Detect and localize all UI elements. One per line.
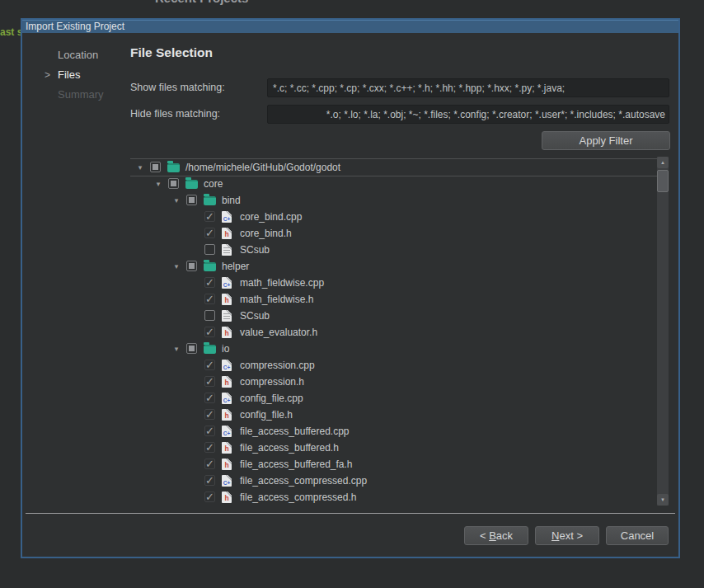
hide-files-input[interactable]: *.o; *.lo; *.la; *.obj; *~; *.files; *.c… xyxy=(267,105,669,124)
tree-row[interactable]: ✓C+compression.cpp xyxy=(130,357,657,374)
folder-icon xyxy=(185,180,198,189)
unchecked-checkbox[interactable] xyxy=(204,310,215,321)
checked-checkbox[interactable]: ✓ xyxy=(204,409,215,420)
tree-row[interactable]: ▾bind xyxy=(130,192,657,209)
tree-row[interactable]: ▾core xyxy=(130,176,657,192)
h-glyph: h xyxy=(222,494,232,502)
show-files-input[interactable]: *.c; *.cc; *.cpp; *.cp; *.cxx; *.c++; *.… xyxy=(267,78,669,97)
tree-item-label: file_access_buffered_fa.h xyxy=(240,456,353,473)
cpp-file-icon: C+ xyxy=(222,475,232,487)
scrollbar-up-icon[interactable]: ▲ xyxy=(657,157,669,168)
checked-checkbox[interactable]: ✓ xyxy=(204,475,215,486)
wizard-step-list: Location>FilesSummary xyxy=(43,45,134,105)
tree-row[interactable]: ✓hfile_access_buffered_fa.h xyxy=(130,456,657,473)
doc-file-icon xyxy=(222,310,232,322)
file-tree[interactable]: ▾/home/michele/GitHub/Godot/godot▾core▾b… xyxy=(130,157,657,507)
tree-item-label: helper xyxy=(222,258,249,275)
tree-row[interactable]: SCsub xyxy=(130,242,657,258)
h-file-icon: h xyxy=(222,442,232,454)
checked-checkbox[interactable]: ✓ xyxy=(204,327,215,337)
sidebar-item-summary[interactable]: Summary xyxy=(43,85,134,105)
cpp-glyph: C+ xyxy=(222,430,232,436)
tree-row[interactable]: ✓C+file_access_compressed.cpp xyxy=(130,473,657,489)
tree-row[interactable]: ▾/home/michele/GitHub/Godot/godot xyxy=(130,159,657,176)
tree-item-label: file_access_compressed.cpp xyxy=(240,473,367,489)
tree-row[interactable]: ✓hfile_access_buffered.h xyxy=(130,440,657,456)
tree-row[interactable]: ✓hcompression.h xyxy=(130,374,657,390)
partial-checkbox[interactable] xyxy=(186,195,197,205)
tree-item-label: file_access_buffered.h xyxy=(240,440,339,456)
cpp-glyph: C+ xyxy=(222,282,232,288)
checked-checkbox[interactable]: ✓ xyxy=(204,492,215,502)
tree-item-label: io xyxy=(222,341,229,357)
tree-item-label: math_fieldwise.h xyxy=(240,291,313,308)
expander-icon[interactable]: ▾ xyxy=(171,192,182,209)
tree-row[interactable]: ✓hconfig_file.h xyxy=(130,407,657,423)
cpp-file-icon: C+ xyxy=(222,393,232,404)
dialog-titlebar[interactable]: Import Existing Project xyxy=(22,20,678,33)
tree-row[interactable]: ✓C+file_access_buffered.cpp xyxy=(130,423,657,440)
dialog-title: Import Existing Project xyxy=(26,21,124,32)
tree-row[interactable]: ✓hfile_access_compressed.h xyxy=(130,489,657,506)
expander-icon[interactable]: ▾ xyxy=(171,258,182,275)
cancel-button[interactable]: Cancel xyxy=(606,526,669,545)
h-glyph: h xyxy=(222,412,232,420)
sidebar-item-files[interactable]: >Files xyxy=(43,65,134,85)
show-files-value: *.c; *.cc; *.cpp; *.cp; *.cxx; *.c++; *.… xyxy=(273,82,565,94)
h-file-icon: h xyxy=(222,492,232,503)
tree-row[interactable]: ▾helper xyxy=(130,258,657,275)
checked-checkbox[interactable]: ✓ xyxy=(204,228,215,238)
tree-row[interactable]: ✓hmath_fieldwise.h xyxy=(130,291,657,308)
h-file-icon: h xyxy=(222,376,232,388)
tree-item-label: core xyxy=(204,176,223,192)
checked-checkbox[interactable]: ✓ xyxy=(204,277,215,288)
checked-checkbox[interactable]: ✓ xyxy=(204,376,215,387)
show-files-matching-label: Show files matching: xyxy=(130,78,225,97)
h-glyph: h xyxy=(222,461,232,469)
checked-checkbox[interactable]: ✓ xyxy=(204,426,215,436)
tree-row[interactable]: ✓C+math_fieldwise.cpp xyxy=(130,275,657,291)
checked-checkbox[interactable]: ✓ xyxy=(204,393,215,403)
tree-row[interactable]: ✓C+core_bind.cpp xyxy=(130,209,657,225)
folder-icon xyxy=(167,163,180,172)
h-glyph: h xyxy=(222,329,232,337)
checked-checkbox[interactable]: ✓ xyxy=(204,459,215,469)
cpp-file-icon: C+ xyxy=(222,211,232,223)
apply-filter-button[interactable]: Apply Filter xyxy=(542,131,670,150)
checked-checkbox[interactable]: ✓ xyxy=(204,294,215,304)
partial-checkbox[interactable] xyxy=(186,343,197,354)
back-button[interactable]: < Back xyxy=(464,526,528,545)
scrollbar-down-icon[interactable]: ▼ xyxy=(657,494,669,506)
cpp-file-icon: C+ xyxy=(222,360,232,371)
expander-icon[interactable]: ▾ xyxy=(153,176,164,192)
tree-item-label: core_bind.h xyxy=(240,225,292,242)
sidebar-item-location[interactable]: Location xyxy=(43,45,134,65)
partial-checkbox[interactable] xyxy=(168,178,179,189)
page-title: File Selection xyxy=(130,45,213,60)
checked-checkbox[interactable]: ✓ xyxy=(204,442,215,453)
background-clipped-session-link[interactable]: ast s xyxy=(0,26,21,39)
tree-row[interactable]: SCsub xyxy=(130,308,657,324)
dialog-separator xyxy=(26,513,675,514)
step-label: Location xyxy=(58,49,98,61)
next-button[interactable]: Next > xyxy=(535,526,599,545)
partial-checkbox[interactable] xyxy=(186,261,197,271)
unchecked-checkbox[interactable] xyxy=(204,244,215,255)
checked-checkbox[interactable]: ✓ xyxy=(204,360,215,370)
expander-icon[interactable]: ▾ xyxy=(134,159,146,176)
h-file-icon: h xyxy=(222,327,232,338)
h-file-icon: h xyxy=(222,294,232,305)
partial-checkbox[interactable] xyxy=(150,162,161,172)
desktop-background: Recent Projects ast s Import Existing Pr… xyxy=(0,0,704,588)
tree-row[interactable]: ✓hvalue_evaluator.h xyxy=(130,324,657,341)
tree-scrollbar[interactable]: ▲ ▼ xyxy=(657,157,669,506)
scrollbar-thumb[interactable] xyxy=(657,170,669,192)
cpp-glyph: C+ xyxy=(222,365,232,370)
tree-row[interactable]: ▾io xyxy=(130,341,657,357)
checked-checkbox[interactable]: ✓ xyxy=(204,211,215,222)
tree-row[interactable]: ✓C+config_file.cpp xyxy=(130,390,657,407)
expander-icon[interactable]: ▾ xyxy=(171,341,182,357)
cpp-glyph: C+ xyxy=(222,397,232,403)
tree-item-label: file_access_buffered.cpp xyxy=(240,423,350,440)
tree-row[interactable]: ✓hcore_bind.h xyxy=(130,225,657,242)
